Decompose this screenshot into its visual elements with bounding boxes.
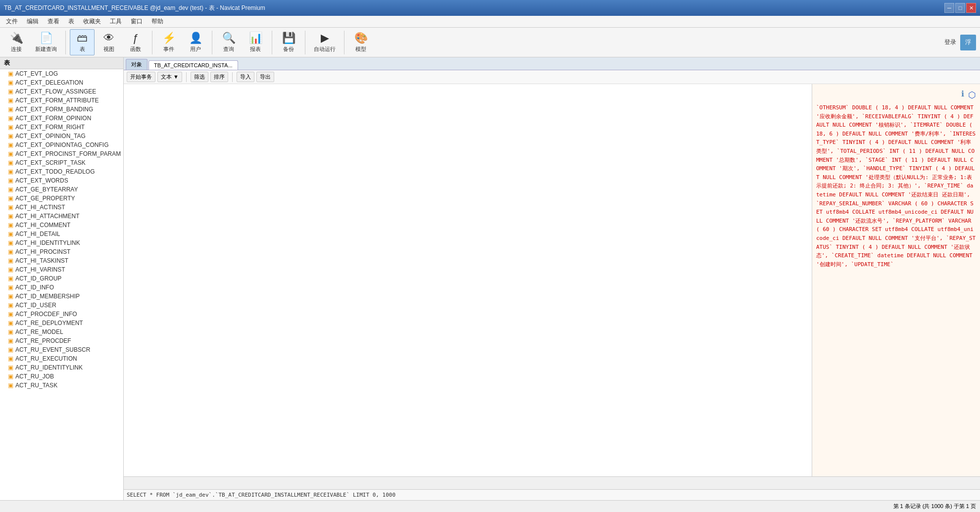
- table-icon: ▣: [8, 204, 13, 211]
- table-icon: ▣: [8, 88, 13, 95]
- sidebar-item-act-re-procdef[interactable]: ▣ACT_RE_PROCDEF: [0, 336, 123, 345]
- info-icon[interactable]: ℹ: [961, 88, 964, 101]
- sidebar-item-act-ru-job[interactable]: ▣ACT_RU_JOB: [0, 372, 123, 381]
- table-nav: [124, 476, 980, 489]
- toolbar-btn-视图[interactable]: 👁视图: [97, 29, 121, 55]
- toolbar-separator: [152, 31, 152, 54]
- window-controls: ─ □ ✕: [944, 3, 976, 13]
- menu-item-编辑[interactable]: 编辑: [23, 16, 43, 27]
- schema-text: `OTHERSUM` DOUBLE ( 18, 4 ) DEFAULT NULL…: [816, 103, 976, 269]
- table-icon: ▣: [8, 115, 13, 122]
- sidebar-item-act-ru-execution[interactable]: ▣ACT_RU_EXECUTION: [0, 354, 123, 363]
- copy-icon[interactable]: ⬡: [968, 88, 976, 101]
- maximize-button[interactable]: □: [955, 3, 965, 13]
- sidebar-item-act-ge-property[interactable]: ▣ACT_GE_PROPERTY: [0, 194, 123, 203]
- table-toolbar-btn-导入[interactable]: 导入: [237, 72, 254, 82]
- table-toolbar-btn-排序[interactable]: 排序: [210, 72, 228, 82]
- toolbar-btn-查询[interactable]: 🔍查询: [216, 29, 241, 55]
- sidebar-item-act-procdef-info[interactable]: ▣ACT_PROCDEF_INFO: [0, 310, 123, 319]
- toolbar-icon-备份: 💾: [282, 32, 295, 45]
- toolbar-btn-报表[interactable]: 📊报表: [243, 29, 268, 55]
- sidebar-item-act-ext-procinst-form-param[interactable]: ▣ACT_EXT_PROCINST_FORM_PARAM: [0, 149, 123, 158]
- table-toolbar-separator: [186, 72, 187, 82]
- close-button[interactable]: ✕: [966, 3, 976, 13]
- toolbar-icon-自动运行: ▶: [321, 32, 329, 45]
- sidebar-item-act-hi-identitylink[interactable]: ▣ACT_HI_IDENTITYLINK: [0, 238, 123, 247]
- status-bar: 第 1 条记录 (共 1000 条) 于第 1 页: [0, 500, 980, 512]
- sidebar-item-act-ru-event-subscr[interactable]: ▣ACT_RU_EVENT_SUBSCR: [0, 345, 123, 354]
- sidebar-item-act-ext-words[interactable]: ▣ACT_EXT_WORDS: [0, 176, 123, 185]
- sidebar-item-act-hi-detail[interactable]: ▣ACT_HI_DETAIL: [0, 230, 123, 238]
- menu-item-窗口[interactable]: 窗口: [127, 16, 147, 27]
- toolbar-icon-事件: ⚡: [162, 32, 176, 45]
- sidebar-item-act-ext-delegation[interactable]: ▣ACT_EXT_DELEGATION: [0, 78, 123, 87]
- sidebar-item-act-ext-script-task[interactable]: ▣ACT_EXT_SCRIPT_TASK: [0, 158, 123, 167]
- sidebar-item-act-re-deployment[interactable]: ▣ACT_RE_DEPLOYMENT: [0, 319, 123, 327]
- toolbar-icon-函数: ƒ: [133, 32, 139, 45]
- toolbar-btn-备份[interactable]: 💾备份: [276, 29, 301, 55]
- sidebar-item-act-hi-taskinst[interactable]: ▣ACT_HI_TASKINST: [0, 256, 123, 265]
- sidebar-item-act-id-info[interactable]: ▣ACT_ID_INFO: [0, 283, 123, 292]
- user-avatar: 浮: [960, 35, 976, 50]
- table-icon: ▣: [8, 328, 13, 335]
- toolbar-icon-报表: 📊: [249, 32, 262, 45]
- menu-item-表[interactable]: 表: [64, 16, 78, 27]
- table-icon: ▣: [8, 177, 13, 184]
- split-view: ℹ ⬡ `OTHERSUM` DOUBLE ( 18, 4 ) DEFAULT …: [124, 84, 980, 476]
- table-toolbar-btn-筛选[interactable]: 筛选: [191, 72, 208, 82]
- toolbar-btn-事件[interactable]: ⚡事件: [156, 29, 181, 55]
- table-toolbar-btn-文本[interactable]: 文本 ▼: [157, 72, 182, 82]
- minimize-button[interactable]: ─: [944, 3, 954, 13]
- sidebar-item-act-id-group[interactable]: ▣ACT_ID_GROUP: [0, 274, 123, 283]
- toolbar-btn-模型[interactable]: 🎨模型: [348, 29, 373, 55]
- table-toolbar-btn-导出[interactable]: 导出: [256, 72, 274, 82]
- toolbar-btn-用户[interactable]: 👤用户: [183, 29, 208, 55]
- table-container[interactable]: [124, 84, 812, 476]
- sidebar-item-act-hi-varinst[interactable]: ▣ACT_HI_VARINST: [0, 265, 123, 274]
- sidebar-item-act-hi-actinst[interactable]: ▣ACT_HI_ACTINST: [0, 203, 123, 212]
- login-button[interactable]: 登录: [944, 38, 956, 47]
- toolbar-icon-表: 🗃: [77, 32, 88, 45]
- sidebar-item-act-evt-log[interactable]: ▣ACT_EVT_LOG: [0, 69, 123, 78]
- sidebar-item-act-id-user[interactable]: ▣ACT_ID_USER: [0, 301, 123, 310]
- table-toolbar-btn-开始事务[interactable]: 开始事务: [127, 72, 155, 82]
- sidebar-item-act-ext-form-attribute[interactable]: ▣ACT_EXT_FORM_ATTRIBUTE: [0, 96, 123, 105]
- sidebar-item-act-id-membership[interactable]: ▣ACT_ID_MEMBERSHIP: [0, 292, 123, 301]
- toolbar-icon-连接: 🔌: [10, 32, 23, 45]
- sidebar-item-act-ru-identitylink[interactable]: ▣ACT_RU_IDENTITYLINK: [0, 363, 123, 372]
- menu-item-查看[interactable]: 查看: [44, 16, 63, 27]
- sidebar-item-act-ge-bytearray[interactable]: ▣ACT_GE_BYTEARRAY: [0, 185, 123, 194]
- table-icon: ▣: [8, 79, 13, 86]
- content-area: 对象 TB_AT_CREDITCARD_INSTA... 开始事务文本 ▼筛选排…: [124, 57, 980, 500]
- toolbar-btn-新建查询[interactable]: 📄新建查询: [31, 29, 61, 55]
- menu-item-文件[interactable]: 文件: [2, 16, 22, 27]
- sidebar-item-act-hi-comment[interactable]: ▣ACT_HI_COMMENT: [0, 221, 123, 230]
- toolbar-btn-自动运行[interactable]: ▶自动运行: [309, 29, 340, 55]
- toolbar-btn-函数[interactable]: ƒ函数: [123, 29, 148, 55]
- sidebar-item-act-ext-opiniontag-config[interactable]: ▣ACT_EXT_OPINIONTAG_CONFIG: [0, 140, 123, 149]
- sidebar-item-act-hi-attachment[interactable]: ▣ACT_HI_ATTACHMENT: [0, 212, 123, 221]
- toolbar-btn-连接[interactable]: 🔌连接: [4, 29, 29, 55]
- menu-item-帮助[interactable]: 帮助: [147, 16, 167, 27]
- menu-item-收藏夹[interactable]: 收藏夹: [79, 16, 105, 27]
- table-icon: ▣: [8, 373, 13, 380]
- sidebar-item-act-ext-todo-readlog[interactable]: ▣ACT_EXT_TODO_READLOG: [0, 167, 123, 176]
- sidebar-item-act-ext-form-right[interactable]: ▣ACT_EXT_FORM_RIGHT: [0, 123, 123, 132]
- sql-text: SELECT * FROM `jd_eam_dev`.`TB_AT_CREDIT…: [127, 492, 395, 498]
- sidebar-tree[interactable]: ▣ACT_EVT_LOG▣ACT_EXT_DELEGATION▣ACT_EXT_…: [0, 69, 123, 500]
- table-icon: ▣: [8, 284, 13, 291]
- sidebar-item-act-ext-form-banding[interactable]: ▣ACT_EXT_FORM_BANDING: [0, 105, 123, 114]
- toolbar-btn-表[interactable]: 🗃表: [70, 29, 95, 55]
- toolbar-icon-新建查询: 📄: [40, 32, 53, 45]
- table-icon: ▣: [8, 320, 13, 326]
- sidebar-item-act-hi-procinst[interactable]: ▣ACT_HI_PROCINST: [0, 247, 123, 256]
- table-icon: ▣: [8, 337, 13, 344]
- sidebar-item-act-ru-task[interactable]: ▣ACT_RU_TASK: [0, 381, 123, 390]
- sidebar-item-act-ext-opinion-tag[interactable]: ▣ACT_EXT_OPINION_TAG: [0, 132, 123, 140]
- tab-objects[interactable]: 对象: [126, 59, 147, 70]
- tab-table[interactable]: TB_AT_CREDITCARD_INSTA...: [148, 60, 238, 70]
- sidebar-item-act-ext-flow-assingee[interactable]: ▣ACT_EXT_FLOW_ASSINGEE: [0, 87, 123, 96]
- sidebar-item-act-ext-form-opinion[interactable]: ▣ACT_EXT_FORM_OPINION: [0, 114, 123, 123]
- sidebar-item-act-re-model[interactable]: ▣ACT_RE_MODEL: [0, 327, 123, 336]
- menu-item-工具[interactable]: 工具: [106, 16, 126, 27]
